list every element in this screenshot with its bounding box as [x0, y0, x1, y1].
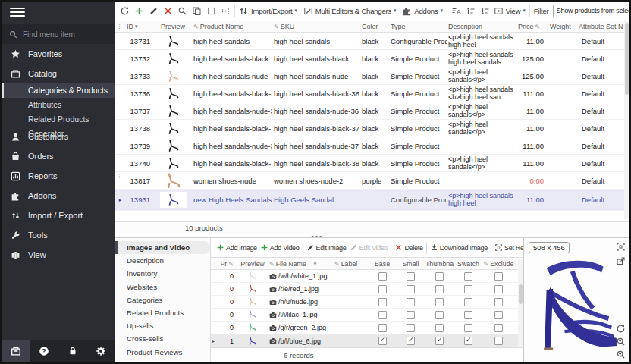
thumbnail-checkbox[interactable] — [435, 337, 444, 345]
products-scrollbar[interactable] — [624, 21, 629, 219]
swatch-checkbox[interactable] — [464, 285, 472, 293]
filter-select[interactable]: Show products from selected categories▾ — [553, 5, 629, 17]
base-checkbox[interactable] — [378, 311, 387, 319]
add-video-button[interactable]: Add Video — [260, 243, 300, 252]
search-input[interactable] — [23, 30, 108, 39]
tab-up-sells[interactable]: Up-sells — [115, 319, 210, 332]
col-header-product-name[interactable]: ✎Product Name — [192, 23, 272, 30]
select-cells-button[interactable] — [221, 6, 231, 16]
base-checkbox[interactable] — [378, 298, 387, 306]
image-row-n-u-nude-jpg[interactable]: 0/n/u/nude.jpg — [211, 296, 518, 309]
image-row-w-h-white-1-jpg[interactable]: 0/w/h/white_1.jpg — [211, 270, 518, 283]
splitter-handle-left[interactable]: ⋮⋮ — [112, 174, 118, 177]
expand-all-button[interactable] — [466, 6, 476, 16]
sidebar-item-addons[interactable]: Addons — [2, 186, 115, 206]
images-scrollbar[interactable] — [518, 259, 523, 350]
sidebar-item-related-products-generator[interactable]: Related Products Generator — [2, 112, 115, 127]
product-row-13739[interactable]: 13739high heel sandals-nude-37high heel … — [115, 137, 624, 155]
thumbnail-checkbox[interactable] — [435, 285, 444, 293]
base-checkbox[interactable] — [378, 337, 387, 345]
col-header-pr[interactable]: Pr✎ — [218, 260, 237, 268]
col-header-label[interactable]: ✎Label — [333, 260, 367, 268]
copy-button[interactable] — [192, 6, 202, 16]
tab-product-reviews[interactable]: Product Reviews — [115, 346, 210, 359]
small-checkbox[interactable] — [407, 298, 415, 306]
col-header-color[interactable]: Color — [360, 23, 389, 30]
col-header-thumbna[interactable]: Thumbna — [424, 260, 455, 268]
thumbnail-checkbox[interactable] — [435, 272, 444, 281]
col-header-base[interactable]: Base — [367, 260, 397, 268]
sort-attributes-button[interactable]: A — [451, 6, 461, 16]
swatch-checkbox[interactable] — [464, 324, 472, 332]
thumbnail-checkbox[interactable] — [435, 324, 444, 332]
sidebar-item-import-export[interactable]: Import / Export — [2, 206, 115, 225]
addons-menu-button[interactable]: Addons▾ — [402, 6, 442, 16]
image-row-b-l-blue-6-jpg[interactable]: ▸1/b/l/blue_6.jpg — [211, 334, 518, 348]
column-chooser-icon[interactable]: ⋮ — [115, 24, 125, 30]
col-header-small[interactable]: Small — [397, 260, 424, 268]
store-icon[interactable] — [2, 340, 30, 362]
col-header-type[interactable]: Type — [389, 23, 447, 30]
sidebar-item-catalog[interactable]: Catalog — [2, 64, 115, 83]
sidebar-search[interactable] — [2, 24, 115, 44]
collapse-all-button[interactable] — [480, 6, 490, 16]
gear-icon[interactable] — [87, 340, 116, 362]
refresh-button[interactable] — [120, 6, 130, 16]
col-header-id[interactable]: ID▾ — [125, 23, 154, 30]
tab-categories[interactable]: Categories — [115, 293, 210, 306]
lock-icon[interactable] — [58, 340, 87, 362]
exclude-checkbox[interactable] — [494, 324, 503, 332]
menu-icon[interactable] — [10, 8, 25, 18]
thumbnail-checkbox[interactable] — [435, 298, 444, 306]
col-header-weight[interactable]: Weight — [548, 23, 577, 30]
product-row-13732[interactable]: 13732high heel sandals-blackhigh heel sa… — [115, 50, 624, 67]
base-checkbox[interactable] — [378, 324, 387, 332]
tab-websites[interactable]: Websites — [115, 281, 210, 293]
multi-editors-changers-menu-button[interactable]: Multi Editors & Changers▾ — [303, 6, 397, 16]
set-resize-rule-button[interactable]: Set Resize Rule — [494, 243, 523, 252]
small-checkbox[interactable] — [407, 272, 415, 281]
exclude-checkbox[interactable] — [494, 311, 503, 319]
sidebar-item-favorites[interactable]: Favorites — [2, 44, 115, 64]
product-row-13817[interactable]: 13817women shoes-nudewomen shoes-nude-2p… — [115, 172, 624, 190]
edit-image-button[interactable]: Edit Image — [306, 243, 347, 252]
sidebar-item-orders[interactable]: Orders — [2, 146, 115, 166]
tab-cross-sells[interactable]: Cross-sells — [115, 332, 210, 345]
import-export-menu-button[interactable]: Import/Export▾ — [239, 6, 297, 16]
swatch-checkbox[interactable] — [464, 272, 472, 281]
edit-button[interactable] — [149, 6, 159, 16]
product-row-13738[interactable]: 13738high heel sandals-black-37high heel… — [115, 120, 624, 137]
sidebar-item-tools[interactable]: Tools — [2, 225, 115, 245]
product-row-13740[interactable]: 13740high heel sandals-black-38high heel… — [115, 155, 624, 172]
col-header-file-name[interactable]: ✎File Name▾ — [268, 260, 333, 268]
thumbnail-checkbox[interactable] — [435, 311, 444, 319]
col-header-preview[interactable]: Preview — [237, 260, 268, 268]
download-image-button[interactable]: Download Image — [430, 243, 488, 252]
tab-images-and-video[interactable]: Images and Video — [115, 241, 210, 254]
small-checkbox[interactable] — [407, 285, 415, 293]
tab-related-products[interactable]: Related Products — [115, 306, 210, 319]
zoom-in-icon[interactable] — [616, 350, 626, 359]
small-checkbox[interactable] — [407, 337, 415, 345]
col-header-price[interactable]: Price✎ — [516, 23, 548, 30]
image-row-g-r-green-2-jpg[interactable]: 0/g/r/green_2.jpg — [211, 322, 518, 334]
exclude-checkbox[interactable] — [494, 285, 503, 293]
sidebar-item-categories-products[interactable]: Categories & Products — [2, 83, 115, 98]
search-button[interactable] — [177, 6, 187, 16]
delete-button[interactable]: Delete — [394, 243, 422, 252]
rotate-icon[interactable] — [616, 324, 626, 334]
open-external-icon[interactable] — [616, 256, 626, 266]
base-checkbox[interactable] — [378, 285, 387, 293]
column-chooser-icon[interactable]: ⋮ — [211, 262, 218, 267]
small-checkbox[interactable] — [407, 324, 415, 332]
sidebar-item-view[interactable]: View — [2, 245, 115, 265]
exclude-checkbox[interactable] — [494, 298, 503, 306]
swatch-checkbox[interactable] — [464, 298, 472, 306]
col-header-preview[interactable]: Preview — [154, 23, 192, 30]
col-header-sku[interactable]: ✎SKU — [272, 23, 360, 30]
sidebar-item-reports[interactable]: Reports — [2, 166, 115, 186]
add-image-button[interactable]: Add Image — [216, 243, 257, 252]
zoom-out-icon[interactable] — [616, 337, 626, 347]
small-checkbox[interactable] — [407, 311, 415, 319]
image-row-r-e-red-1-jpg[interactable]: 0/r/e/red_1.jpg — [211, 283, 518, 296]
